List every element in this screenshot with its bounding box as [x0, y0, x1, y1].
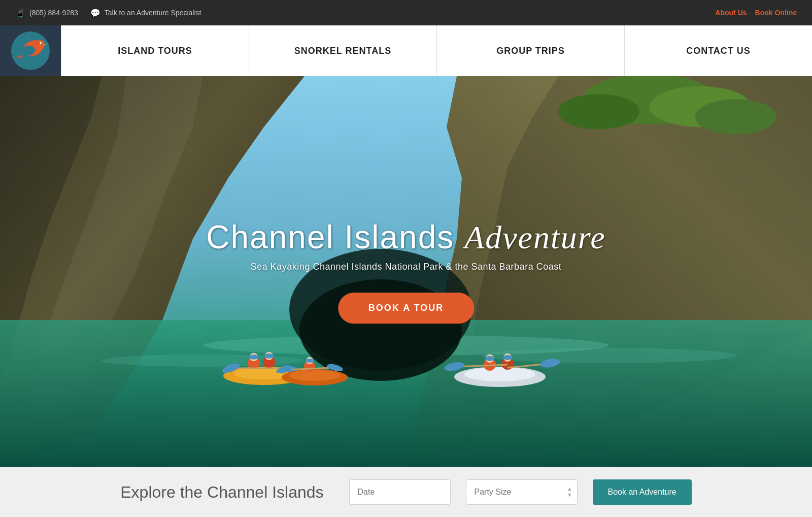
date-input[interactable]	[349, 479, 451, 505]
booking-bar-label: Explore the Channel Islands	[120, 483, 323, 502]
hero-content: Channel Islands Adventure Sea Kayaking C…	[206, 219, 605, 324]
nav-contact-us[interactable]: CONTACT US	[625, 25, 812, 76]
hero-section: Channel Islands Adventure Sea Kayaking C…	[0, 76, 812, 467]
main-nav: ISLAND TOURS SNORKEL RENTALS GROUP TRIPS…	[0, 25, 812, 76]
svg-point-21	[482, 348, 736, 363]
nav-snorkel-rentals[interactable]: SNORKEL RENTALS	[249, 25, 437, 76]
phone-number: (805) 884-9283	[29, 9, 78, 17]
booking-bar: Explore the Channel Islands ▲ ▼ Book an …	[0, 467, 812, 517]
book-adventure-button[interactable]: Book an Adventure	[593, 479, 692, 505]
phone-contact[interactable]: 📱 (805) 884-9283	[15, 8, 78, 18]
book-tour-button[interactable]: BOOK A TOUR	[338, 293, 474, 324]
phone-icon: 📱	[15, 8, 25, 18]
arrow-up-icon: ▲	[567, 487, 572, 492]
svg-point-17	[695, 99, 776, 135]
svg-point-28	[249, 354, 258, 360]
nav-island-tours[interactable]: ISLAND TOURS	[61, 25, 249, 76]
hero-title-italic: Adventure	[464, 219, 606, 255]
party-size-input[interactable]	[466, 479, 578, 505]
svg-point-3	[35, 40, 45, 50]
arrow-down-icon: ▼	[567, 493, 572, 498]
chat-contact[interactable]: 💬 Talk to an Adventure Specialist	[90, 8, 201, 18]
chat-label: Talk to an Adventure Specialist	[105, 9, 201, 17]
svg-point-36	[289, 370, 340, 381]
svg-point-50	[503, 355, 512, 360]
hero-title-normal: Channel Islands	[206, 219, 464, 255]
svg-point-5	[41, 43, 42, 44]
book-online-link[interactable]: Book Online	[755, 9, 797, 17]
chat-icon: 💬	[90, 8, 100, 18]
site-logo	[10, 30, 51, 71]
top-bar-right: About Us Book Online	[715, 9, 797, 17]
svg-point-47	[485, 356, 494, 361]
svg-point-31	[264, 353, 274, 359]
svg-point-39	[306, 359, 314, 363]
hero-title: Channel Islands Adventure	[206, 219, 605, 255]
svg-point-44	[464, 367, 535, 381]
about-us-link[interactable]: About Us	[715, 9, 747, 17]
nav-items: ISLAND TOURS SNORKEL RENTALS GROUP TRIPS…	[61, 25, 812, 76]
logo-area[interactable]	[0, 25, 61, 76]
top-bar-left: 📱 (805) 884-9283 💬 Talk to an Adventure …	[15, 8, 201, 18]
nav-group-trips[interactable]: GROUP TRIPS	[437, 25, 625, 76]
hero-subtitle: Sea Kayaking Channel Islands National Pa…	[206, 262, 605, 273]
party-size-wrapper: ▲ ▼	[466, 479, 578, 505]
party-size-arrows[interactable]: ▲ ▼	[567, 487, 572, 498]
svg-point-16	[558, 94, 639, 130]
top-bar: 📱 (805) 884-9283 💬 Talk to an Adventure …	[0, 0, 812, 25]
